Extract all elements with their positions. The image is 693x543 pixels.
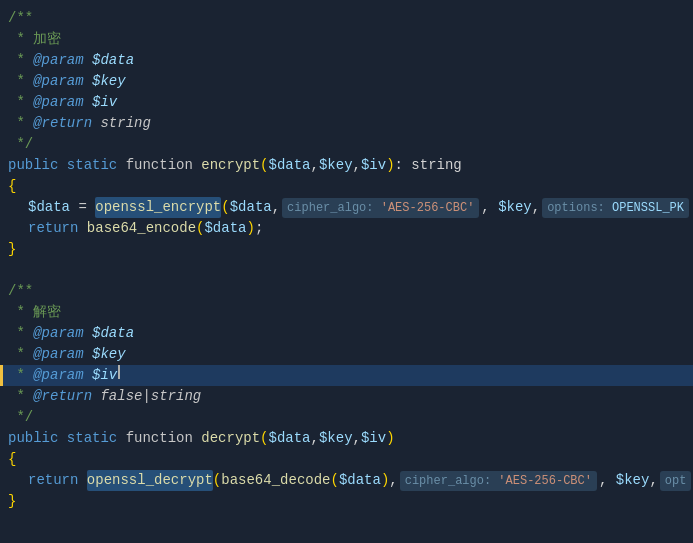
line-5: * @param $iv xyxy=(0,92,693,113)
hint-cipher-algo-2: cipher_algo: 'AES-256-CBC' xyxy=(400,471,597,491)
line-23: return openssl_decrypt(base64_decode($da… xyxy=(0,470,693,491)
line-15: * 解密 xyxy=(0,302,693,323)
line-16: * @param $data xyxy=(0,323,693,344)
line-6: * @return string xyxy=(0,113,693,134)
code-editor: /** * 加密 * @param $data * @param $key * … xyxy=(0,0,693,520)
line-22: { xyxy=(0,449,693,470)
line-19: * @return false|string xyxy=(0,386,693,407)
line-12: } xyxy=(0,239,693,260)
text-cursor xyxy=(118,365,120,379)
line-3: * @param $data xyxy=(0,50,693,71)
line-2: * 加密 xyxy=(0,29,693,50)
line-14: /** xyxy=(0,281,693,302)
hint-options: options: OPENSSL_PK xyxy=(542,198,689,218)
line-20: */ xyxy=(0,407,693,428)
line-18-highlighted: * @param $iv xyxy=(0,365,693,386)
line-10: $data = openssl_encrypt($data, cipher_al… xyxy=(0,197,693,218)
line-1: /** xyxy=(0,8,693,29)
line-4: * @param $key xyxy=(0,71,693,92)
line-11: return base64_encode($data); xyxy=(0,218,693,239)
hint-cipher-algo: cipher_algo: 'AES-256-CBC' xyxy=(282,198,479,218)
line-13 xyxy=(0,260,693,281)
line-8: public static function encrypt($data,$ke… xyxy=(0,155,693,176)
line-9: { xyxy=(0,176,693,197)
line-24: } xyxy=(0,491,693,512)
line-21: public static function decrypt($data,$ke… xyxy=(0,428,693,449)
line-7: */ xyxy=(0,134,693,155)
hint-options-2: opt xyxy=(660,471,692,491)
line-17: * @param $key xyxy=(0,344,693,365)
